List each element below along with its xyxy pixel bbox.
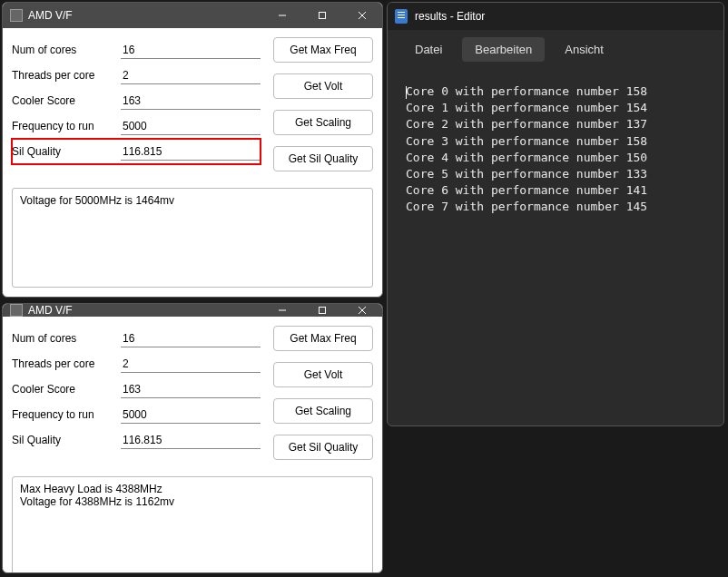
field-row: Frequency to run [12, 113, 261, 139]
menubar: DateiBearbeitenAnsicht [388, 30, 723, 69]
output-textarea[interactable]: Voltage for 5000MHz is 1464mv [12, 188, 373, 288]
field-input[interactable] [121, 431, 261, 449]
app-icon [10, 304, 23, 317]
action-button[interactable]: Get Sil Quality [273, 435, 373, 460]
window-title: AMD V/F [28, 304, 262, 317]
field-label: Threads per core [12, 357, 121, 370]
titlebar[interactable]: AMD V/F [3, 3, 382, 28]
field-input[interactable] [121, 117, 261, 135]
action-button[interactable]: Get Scaling [273, 398, 373, 424]
field-label: Frequency to run [12, 120, 121, 132]
editor-line: Core 7 with performance number 145 [406, 199, 705, 215]
field-row: Sil Quality [12, 427, 261, 453]
action-button[interactable]: Get Volt [273, 73, 373, 99]
maximize-button[interactable] [302, 3, 342, 28]
svg-rect-1 [320, 13, 326, 19]
field-row: Frequency to run [12, 402, 261, 427]
field-input[interactable] [121, 92, 261, 110]
notepad-icon [395, 9, 408, 24]
field-label: Num of cores [12, 44, 121, 56]
field-label: Frequency to run [12, 408, 121, 421]
editor-content[interactable]: Core 0 with performance number 158Core 1… [388, 69, 723, 230]
field-label: Sil Quality [12, 145, 121, 158]
app-icon [10, 9, 23, 22]
editor-line: Core 3 with performance number 158 [406, 133, 705, 150]
amd-vf-window-1: AMD V/F Num of coresThreads per coreCool… [2, 2, 383, 298]
field-label: Sil Quality [12, 434, 121, 446]
window-controls [262, 304, 382, 317]
close-button[interactable] [342, 304, 382, 317]
field-input[interactable] [121, 380, 261, 398]
action-button[interactable]: Get Max Freq [273, 326, 373, 351]
editor-line: Core 1 with performance number 154 [406, 100, 705, 116]
output-textarea[interactable]: Max Heavy Load is 4388MHz Voltage for 43… [12, 476, 373, 573]
titlebar[interactable]: AMD V/F [3, 304, 382, 317]
maximize-button[interactable] [302, 304, 342, 317]
window-title: AMD V/F [28, 9, 262, 22]
menu-item[interactable]: Datei [402, 37, 455, 62]
field-input[interactable] [121, 406, 261, 424]
amd-vf-window-2: AMD V/F Num of coresThreads per coreCool… [2, 303, 383, 573]
field-input[interactable] [121, 41, 261, 59]
field-row: Num of cores [12, 326, 261, 351]
editor-line: Core 4 with performance number 150 [406, 150, 705, 166]
minimize-button[interactable] [262, 304, 302, 317]
menu-item[interactable]: Bearbeiten [462, 37, 545, 62]
editor-line: Core 2 with performance number 137 [406, 116, 705, 132]
form-body: Num of coresThreads per coreCooler Score… [3, 317, 382, 469]
field-input[interactable] [121, 142, 261, 161]
field-label: Num of cores [12, 332, 121, 345]
svg-rect-5 [320, 308, 326, 314]
close-button[interactable] [342, 3, 382, 28]
field-row: Cooler Score [12, 377, 261, 402]
window-controls [262, 3, 382, 28]
field-row: Sil Quality [12, 139, 261, 164]
text-cursor [406, 86, 407, 99]
editor-line: Core 6 with performance number 141 [406, 182, 705, 199]
editor-line: Core 0 with performance number 158 [406, 83, 705, 100]
titlebar[interactable]: results - Editor [388, 3, 723, 30]
window-title: results - Editor [415, 10, 723, 23]
field-label: Cooler Score [12, 94, 121, 107]
action-button[interactable]: Get Sil Quality [273, 146, 373, 171]
field-row: Threads per core [12, 351, 261, 377]
field-input[interactable] [121, 329, 261, 347]
field-row: Cooler Score [12, 88, 261, 113]
field-row: Num of cores [12, 37, 261, 63]
field-input[interactable] [121, 355, 261, 373]
field-label: Cooler Score [12, 383, 121, 396]
field-input[interactable] [121, 66, 261, 84]
field-label: Threads per core [12, 69, 121, 82]
editor-line: Core 5 with performance number 133 [406, 166, 705, 182]
action-button[interactable]: Get Scaling [273, 110, 373, 135]
results-editor-window: results - Editor DateiBearbeitenAnsicht … [387, 2, 724, 426]
action-button[interactable]: Get Volt [273, 362, 373, 387]
field-row: Threads per core [12, 63, 261, 88]
action-button[interactable]: Get Max Freq [273, 37, 373, 63]
minimize-button[interactable] [262, 3, 302, 28]
menu-item[interactable]: Ansicht [552, 37, 616, 62]
form-body: Num of coresThreads per coreCooler Score… [3, 28, 382, 181]
